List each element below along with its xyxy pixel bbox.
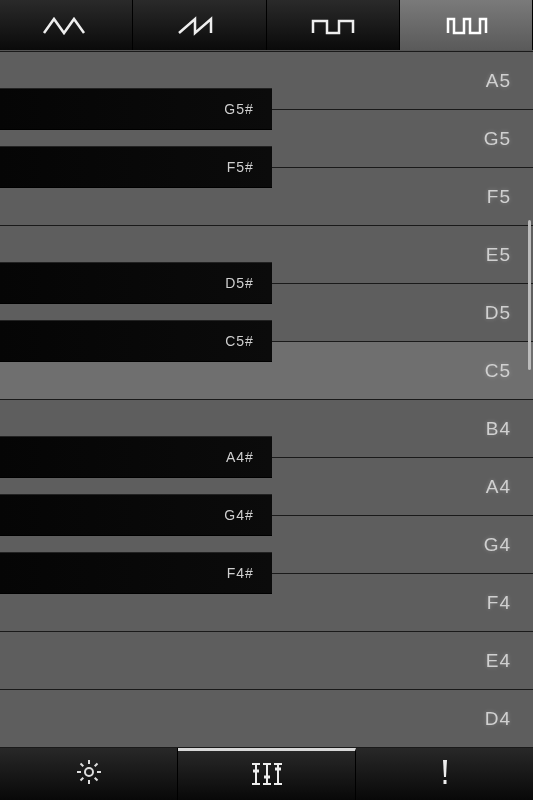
white-key-label: E5 (486, 244, 511, 266)
bottom-tab-bar (0, 748, 533, 800)
white-key-label: F5 (487, 186, 511, 208)
piano-keyboard[interactable]: A5G5F5E5D5C5B4A4G4F4E4D4G5#F5#D5#C5#A4#G… (0, 50, 533, 748)
sliders-icon (250, 759, 284, 793)
svg-point-0 (85, 768, 93, 776)
black-key-label: D5# (225, 275, 254, 291)
black-key[interactable]: G5# (0, 88, 272, 130)
waveform-tab-sawtooth[interactable] (133, 0, 266, 50)
black-key-label: F5# (227, 159, 254, 175)
black-key-label: A4# (226, 449, 254, 465)
black-key[interactable]: C5# (0, 320, 272, 362)
white-key-label: C5 (485, 360, 511, 382)
black-key[interactable]: D5# (0, 262, 272, 304)
bottom-tab-alert[interactable] (356, 748, 533, 800)
black-key-label: G5# (224, 101, 253, 117)
pulse-wide-wave-icon (309, 13, 357, 37)
synth-app: A5G5F5E5D5C5B4A4G4F4E4D4G5#F5#D5#C5#A4#G… (0, 0, 533, 800)
gear-icon (74, 757, 104, 791)
black-key[interactable]: F5# (0, 146, 272, 188)
white-key-label: F4 (487, 592, 511, 614)
svg-rect-1 (443, 780, 446, 784)
white-key[interactable]: D4 (0, 689, 533, 748)
black-key-label: C5# (225, 333, 254, 349)
white-key-label: A4 (486, 476, 511, 498)
white-key-label: G5 (484, 128, 511, 150)
sawtooth-wave-icon (175, 13, 223, 37)
white-key-label: E4 (486, 650, 511, 672)
black-key-label: G4# (224, 507, 253, 523)
white-key-label: B4 (486, 418, 511, 440)
black-key[interactable]: G4# (0, 494, 272, 536)
waveform-tab-pulse-narrow[interactable] (400, 0, 533, 50)
white-key-label: G4 (484, 534, 511, 556)
white-key[interactable]: E4 (0, 631, 533, 690)
exclaim-icon (437, 757, 453, 791)
scroll-indicator (528, 220, 531, 370)
waveform-tab-triangle[interactable] (0, 0, 133, 50)
white-key-label: A5 (486, 70, 511, 92)
triangle-wave-icon (42, 13, 90, 37)
black-key[interactable]: A4# (0, 436, 272, 478)
white-key-label: D4 (485, 708, 511, 730)
black-key-label: F4# (227, 565, 254, 581)
waveform-tab-pulse-wide[interactable] (267, 0, 400, 50)
waveform-tab-bar (0, 0, 533, 50)
pulse-narrow-wave-icon (442, 13, 490, 37)
bottom-tab-settings[interactable] (0, 748, 178, 800)
bottom-tab-sliders[interactable] (178, 748, 356, 800)
black-key[interactable]: F4# (0, 552, 272, 594)
white-key-label: D5 (485, 302, 511, 324)
